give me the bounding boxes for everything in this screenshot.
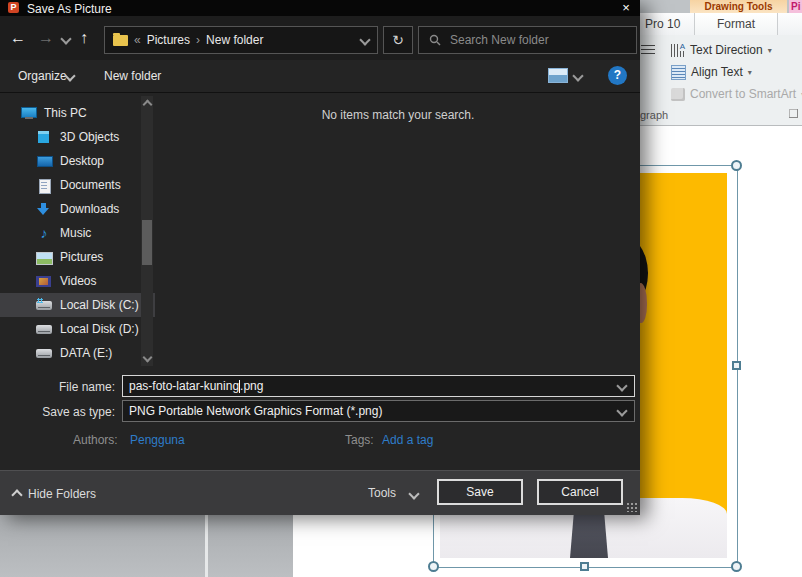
cube-icon xyxy=(36,131,52,144)
film-icon xyxy=(36,275,52,288)
forward-button: → xyxy=(38,29,54,47)
picture-icon xyxy=(36,251,52,264)
dialog-title: Save As Picture xyxy=(27,2,112,16)
file-name-value: pas-foto-latar-kuning xyxy=(129,379,239,393)
recent-locations-chevron-icon[interactable] xyxy=(60,33,71,44)
sidebar-item-label: Documents xyxy=(60,178,121,192)
system-drive-icon xyxy=(36,299,52,312)
authors-value[interactable]: Pengguna xyxy=(130,433,185,447)
paragraph-group-label: graph xyxy=(640,109,668,121)
save-as-type-select[interactable]: PNG Portable Network Graphics Format (*.… xyxy=(122,400,635,422)
sidebar-item-label: This PC xyxy=(44,106,87,120)
desktop-icon xyxy=(36,155,52,168)
address-bar[interactable]: « Pictures › New folder xyxy=(104,26,378,54)
file-name-dropdown-chevron-icon[interactable] xyxy=(616,380,627,391)
file-name-label: File name: xyxy=(40,380,115,394)
organize-button[interactable]: Organize xyxy=(18,69,67,83)
chevron-down-icon: ▾ xyxy=(748,68,752,77)
align-text-label: Align Text xyxy=(691,65,743,79)
drive-icon xyxy=(36,323,52,336)
document-icon xyxy=(36,179,52,192)
dialog-footer: Hide Folders Tools Save Cancel xyxy=(0,470,640,515)
change-view-button[interactable] xyxy=(548,68,568,83)
sidebar-item-label: Local Disk (C:) xyxy=(60,298,139,312)
add-a-tag-field[interactable]: Add a tag xyxy=(382,433,433,447)
dialog-titlebar[interactable]: P Save As Picture × xyxy=(0,0,640,16)
align-text-icon xyxy=(671,65,686,80)
screen: Drawing Tools Pi Pro 10 Format Text Dire… xyxy=(0,0,802,577)
file-name-input[interactable]: pas-foto-latar-kuning.png xyxy=(122,375,635,397)
breadcrumb-separator: › xyxy=(190,33,206,47)
smartart-icon xyxy=(671,88,685,101)
tags-label: Tags: xyxy=(345,433,374,447)
view-chevron-icon[interactable] xyxy=(572,70,583,81)
folder-icon xyxy=(113,35,128,46)
save-as-type-label: Save as type: xyxy=(35,405,115,419)
close-button[interactable]: × xyxy=(612,0,640,16)
line-spacing-icon[interactable] xyxy=(641,45,655,57)
navigation-bar: ← → ↑ « Pictures › New folder ↻ xyxy=(0,16,640,60)
download-arrow-icon xyxy=(36,203,52,216)
save-type-dropdown-chevron-icon[interactable] xyxy=(616,405,627,416)
search-icon xyxy=(429,34,441,46)
align-text-button[interactable]: Align Text ▾ xyxy=(671,64,752,80)
file-extension: .png xyxy=(240,379,263,393)
cancel-button[interactable]: Cancel xyxy=(537,479,623,505)
scrollbar-thumb[interactable] xyxy=(142,220,152,265)
computer-icon xyxy=(20,107,36,120)
text-direction-icon xyxy=(671,44,685,57)
collapse-chevron-icon xyxy=(11,489,22,500)
save-as-picture-dialog: P Save As Picture × ← → ↑ « Pictures › N… xyxy=(0,0,640,515)
workspace-panel xyxy=(0,515,205,577)
toolbar-divider xyxy=(0,92,640,93)
breadcrumb-new-folder[interactable]: New folder xyxy=(206,33,263,47)
selection-handle-top-right[interactable] xyxy=(731,160,742,171)
music-note-icon: ♪ xyxy=(36,227,52,240)
refresh-button[interactable]: ↻ xyxy=(383,26,413,54)
sidebar-item-label: 3D Objects xyxy=(60,130,119,144)
search-input[interactable]: Search New folder xyxy=(418,26,637,54)
sidebar-item-label: Desktop xyxy=(60,154,104,168)
selection-handle-mid-right[interactable] xyxy=(732,361,741,370)
breadcrumb-pictures[interactable]: Pictures xyxy=(147,33,190,47)
sidebar-item-label: DATA (E:) xyxy=(60,346,112,360)
back-button[interactable]: ← xyxy=(10,29,26,47)
tab-format[interactable]: Format xyxy=(694,13,778,35)
refresh-icon: ↻ xyxy=(392,32,404,48)
hide-folders-button[interactable]: Hide Folders xyxy=(28,487,96,501)
scroll-up-icon[interactable] xyxy=(143,100,153,110)
help-button[interactable]: ? xyxy=(608,66,627,85)
sidebar-item-label: Music xyxy=(60,226,91,240)
drive-icon xyxy=(36,347,52,360)
sidebar-item-local-disk-c[interactable]: Local Disk (C:) xyxy=(0,293,155,317)
dialog-launcher-icon[interactable] xyxy=(789,109,798,118)
sidebar-item-label: Videos xyxy=(60,274,96,288)
text-direction-button[interactable]: Text Direction ▾ xyxy=(671,42,772,58)
selection-handle-mid-bottom[interactable] xyxy=(580,562,589,571)
selection-handle-bottom-left[interactable] xyxy=(428,561,439,572)
drawing-tools-contextual-tab[interactable]: Drawing Tools xyxy=(690,0,787,13)
tools-chevron-icon xyxy=(408,488,419,499)
sidebar-item-this-pc[interactable]: This PC xyxy=(0,101,160,125)
chevron-down-icon: ▾ xyxy=(768,46,772,55)
breadcrumb-prefix: « xyxy=(128,33,147,47)
up-button[interactable]: ↑ xyxy=(80,29,88,47)
selection-handle-bottom-right[interactable] xyxy=(731,561,742,572)
sidebar-item-label: Pictures xyxy=(60,250,103,264)
address-dropdown-chevron-icon[interactable] xyxy=(359,34,370,45)
sidebar-scrollbar[interactable] xyxy=(141,96,153,366)
tools-button[interactable]: Tools xyxy=(368,486,396,500)
convert-to-smartart-button: Convert to SmartArt ▾ xyxy=(671,86,802,102)
text-direction-label: Text Direction xyxy=(690,43,763,57)
scroll-down-icon[interactable] xyxy=(143,353,153,363)
save-as-type-value: PNG Portable Network Graphics Format (*.… xyxy=(129,404,618,418)
powerpoint-icon: P xyxy=(8,2,19,13)
sidebar-item-label: Downloads xyxy=(60,202,119,216)
picture-tools-contextual-tab[interactable]: Pi xyxy=(789,0,802,13)
search-placeholder: Search New folder xyxy=(450,33,549,47)
convert-to-smartart-label: Convert to SmartArt xyxy=(690,87,796,101)
empty-list-message: No items match your search. xyxy=(156,108,640,122)
resize-grip[interactable] xyxy=(626,502,638,512)
save-button[interactable]: Save xyxy=(437,479,523,505)
new-folder-button[interactable]: New folder xyxy=(104,69,161,83)
